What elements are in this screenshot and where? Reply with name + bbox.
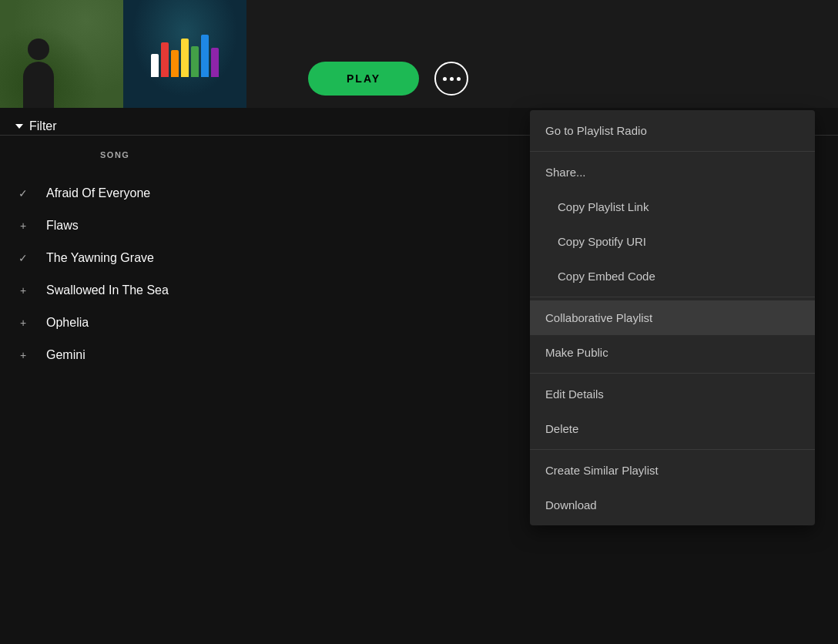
figure-silhouette [15, 39, 62, 108]
more-options-button[interactable] [434, 62, 468, 96]
album-art-right-background [123, 0, 246, 108]
checkmark-icon: ✓ [15, 187, 31, 200]
dots-icon [443, 77, 461, 81]
menu-section-4: Create Similar PlaylistDownload [530, 450, 815, 525]
play-area: PLAY [308, 62, 468, 96]
plus-icon: + [15, 284, 31, 297]
menu-item-collaborative-playlist[interactable]: Collaborative Playlist [530, 300, 815, 335]
plus-icon: + [15, 349, 31, 361]
menu-item-copy-playlist-link[interactable]: Copy Playlist Link [530, 190, 815, 224]
album-bar [151, 54, 159, 77]
album-bar [201, 35, 209, 77]
menu-section-1: Share...Copy Playlist LinkCopy Spotify U… [530, 152, 815, 297]
album-art-right [123, 0, 246, 108]
menu-item-edit-details[interactable]: Edit Details [530, 377, 815, 411]
album-bar [181, 39, 189, 77]
colored-bars-icon [151, 31, 219, 77]
play-button[interactable]: PLAY [308, 62, 419, 96]
album-bar [191, 46, 199, 77]
filter-area[interactable]: Filter [15, 119, 57, 133]
menu-item-copy-embed-code[interactable]: Copy Embed Code [530, 259, 815, 293]
menu-item-go-to-playlist-radio[interactable]: Go to Playlist Radio [530, 113, 815, 148]
album-bar [211, 48, 219, 77]
menu-section-0: Go to Playlist Radio [530, 110, 815, 152]
track-name: Flaws [46, 219, 79, 233]
context-menu: Go to Playlist RadioShare...Copy Playlis… [530, 110, 815, 525]
filter-chevron-icon [15, 124, 23, 129]
menu-section-2: Collaborative PlaylistMake Public [530, 297, 815, 374]
album-art-left [0, 0, 123, 108]
filter-label: Filter [29, 119, 57, 133]
menu-item-copy-spotify-uri[interactable]: Copy Spotify URI [530, 224, 815, 259]
track-name: Gemini [46, 348, 85, 362]
plus-icon: + [15, 317, 31, 329]
dot-1 [443, 77, 447, 81]
menu-section-3: Edit DetailsDelete [530, 374, 815, 450]
track-name: Swallowed In The Sea [46, 283, 169, 297]
figure-head [28, 39, 49, 60]
menu-item-make-public[interactable]: Make Public [530, 335, 815, 370]
plus-icon: + [15, 220, 31, 232]
dot-3 [457, 77, 461, 81]
song-column-header: SONG [100, 150, 129, 159]
menu-item-download[interactable]: Download [530, 488, 815, 522]
menu-item-share[interactable]: Share... [530, 155, 815, 190]
menu-item-create-similar-playlist[interactable]: Create Similar Playlist [530, 453, 815, 488]
track-name: Ophelia [46, 316, 89, 330]
album-bar [161, 42, 169, 77]
figure-body [23, 62, 54, 108]
checkmark-icon: ✓ [15, 252, 31, 264]
album-bar [171, 50, 179, 77]
track-name: The Yawning Grave [46, 251, 154, 265]
track-name: Afraid Of Everyone [46, 186, 150, 200]
dot-2 [450, 77, 454, 81]
menu-item-delete[interactable]: Delete [530, 411, 815, 446]
